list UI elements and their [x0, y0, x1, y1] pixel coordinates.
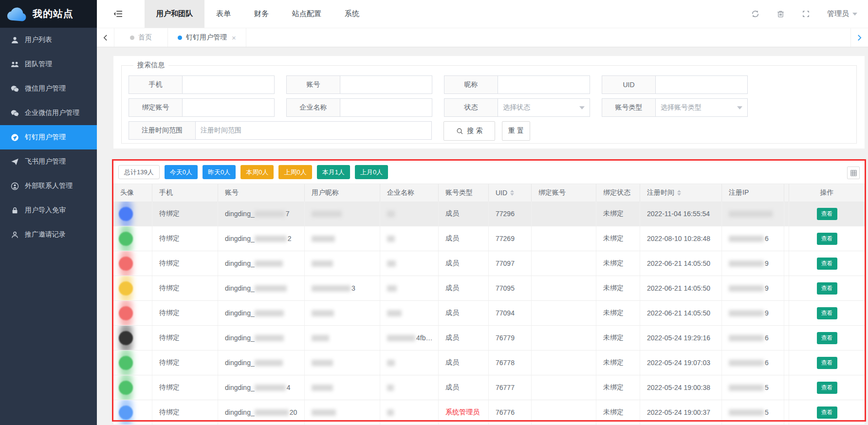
column-header-4: 企业名称 — [380, 184, 439, 202]
stat-badge-3[interactable]: 本周0人 — [240, 165, 274, 179]
view-button[interactable]: 查看 — [817, 208, 837, 220]
user-menu[interactable]: 管理员 — [827, 9, 857, 18]
sidebar-item-2[interactable]: 微信用户管理 — [0, 76, 97, 101]
page-tab-label: 钉钉用户管理 — [186, 33, 227, 42]
search-button[interactable]: 搜 索 — [443, 121, 495, 141]
app-root: 我的站点 用户列表团队管理微信用户管理企业微信用户管理钉钉用户管理飞书用户管理外… — [0, 0, 868, 425]
account-type-cell: 成员 — [445, 309, 459, 317]
redacted-text — [387, 385, 394, 391]
redacted-text — [255, 360, 283, 366]
sort-icon[interactable] — [677, 190, 681, 196]
redacted-text — [387, 236, 395, 242]
page-tab-0[interactable]: 首页 — [114, 28, 168, 47]
content-area: 搜索信息 手机账号昵称UID绑定账号企业名称状态选择状态账号类型选择账号类型注册… — [97, 47, 868, 425]
tab-status-dot — [130, 36, 134, 40]
input-绑定账号[interactable] — [182, 98, 275, 117]
column-label: 企业名称 — [387, 188, 414, 197]
input-账号[interactable] — [340, 75, 432, 94]
stat-badge-4[interactable]: 上周0人 — [278, 165, 312, 179]
avatar — [117, 326, 137, 350]
account-cell: dingding_ — [225, 408, 255, 416]
page-tab-bar: 首页钉钉用户管理× — [97, 28, 868, 47]
stat-badge-1[interactable]: 今天0人 — [165, 165, 198, 179]
field-label: 账号 — [286, 75, 340, 94]
view-button[interactable]: 查看 — [817, 407, 837, 419]
stat-badge-5[interactable]: 本月1人 — [317, 165, 350, 179]
view-button[interactable]: 查看 — [817, 332, 837, 344]
sidebar-item-5[interactable]: 飞书用户管理 — [0, 149, 97, 174]
search-field-0-3: UID — [602, 75, 748, 94]
sidebar-item-0[interactable]: 用户列表 — [0, 28, 97, 52]
view-button[interactable]: 查看 — [817, 233, 837, 245]
sidebar-item-1[interactable]: 团队管理 — [0, 52, 97, 76]
column-label: 账号类型 — [445, 188, 473, 197]
phone-cell: 待绑定 — [159, 358, 180, 367]
collapse-menu-icon[interactable] — [106, 10, 130, 18]
column-label: 绑定账号 — [538, 188, 566, 197]
top-tab-1[interactable]: 表单 — [204, 0, 242, 28]
redacted-text — [312, 335, 329, 341]
sidebar-item-4[interactable]: 钉钉用户管理 — [0, 125, 97, 149]
sidebar-item-3[interactable]: 企业微信用户管理 — [0, 101, 97, 125]
avatar — [117, 251, 137, 276]
user-name: 管理员 — [827, 9, 849, 18]
trash-icon[interactable] — [776, 10, 785, 18]
lock-icon — [11, 206, 19, 215]
search-form: 手机账号昵称UID绑定账号企业名称状态选择状态账号类型选择账号类型注册时间范围注… — [129, 75, 850, 141]
select-状态[interactable]: 选择状态 — [498, 98, 590, 117]
view-button[interactable]: 查看 — [817, 307, 837, 319]
select-账号类型[interactable]: 选择账号类型 — [655, 98, 748, 117]
table-row-6: 待绑定dingding_成员76778未绑定2022-05-24 19:07:0… — [113, 351, 865, 375]
top-tab-4[interactable]: 系统 — [333, 0, 371, 28]
input-UID[interactable] — [655, 75, 748, 94]
bind-status-cell: 未绑定 — [603, 309, 624, 317]
column-header-5: 账号类型 — [439, 184, 489, 202]
chevron-left-icon[interactable] — [97, 28, 114, 47]
search-field-1-1: 企业名称 — [286, 98, 432, 117]
date-range-input[interactable]: 注册时间范围 — [195, 121, 432, 140]
fullscreen-icon[interactable] — [802, 10, 810, 18]
field-label: 状态 — [444, 98, 498, 117]
column-header-6[interactable]: UID — [489, 184, 532, 202]
input-昵称[interactable] — [498, 75, 590, 94]
view-button[interactable]: 查看 — [817, 258, 837, 270]
avatar — [117, 301, 137, 325]
phone-cell: 待绑定 — [159, 383, 180, 392]
sidebar-item-8[interactable]: 推广邀请记录 — [0, 222, 97, 247]
column-header-action: 操作 — [789, 184, 865, 202]
view-button[interactable]: 查看 — [817, 382, 837, 394]
input-企业名称[interactable] — [340, 98, 432, 117]
page-tab-1[interactable]: 钉钉用户管理× — [168, 28, 246, 47]
column-header-9[interactable]: 注册时间 — [640, 184, 722, 202]
search-field-date: 注册时间范围注册时间范围 — [129, 121, 432, 141]
sort-icon[interactable] — [510, 190, 514, 196]
account-type-cell: 成员 — [445, 234, 459, 243]
refresh-icon[interactable] — [751, 10, 759, 18]
stat-badge-0[interactable]: 总计139人 — [118, 165, 160, 179]
stat-badge-2[interactable]: 昨天0人 — [203, 165, 236, 179]
tab-status-dot — [178, 36, 182, 40]
view-button[interactable]: 查看 — [817, 282, 837, 295]
redacted-text — [255, 236, 287, 242]
input-手机[interactable] — [182, 75, 275, 94]
close-icon[interactable]: × — [232, 34, 236, 42]
account-type-cell: 成员 — [445, 209, 459, 218]
sidebar-item-7[interactable]: 用户导入免审 — [0, 198, 97, 222]
view-button[interactable]: 查看 — [817, 357, 837, 369]
search-field-1-2: 状态选择状态 — [444, 98, 590, 117]
column-header-10: 注册IP — [722, 184, 784, 202]
avatar — [117, 226, 137, 251]
account-cell: dingding_ — [225, 384, 255, 391]
bind-status-cell: 未绑定 — [603, 408, 624, 417]
reset-button[interactable]: 重 置 — [502, 121, 530, 141]
top-tab-2[interactable]: 财务 — [242, 0, 280, 28]
redacted-text — [255, 335, 284, 341]
chevron-right-icon[interactable] — [850, 28, 868, 47]
grid-icon[interactable] — [847, 166, 860, 179]
top-tab-3[interactable]: 站点配置 — [280, 0, 333, 28]
top-nav-tabs: 用户和团队表单财务站点配置系统 — [145, 0, 371, 28]
sidebar-item-6[interactable]: 外部联系人管理 — [0, 174, 97, 198]
stat-badge-6[interactable]: 上月0人 — [355, 165, 388, 179]
column-header-3: 用户昵称 — [305, 184, 380, 202]
top-tab-0[interactable]: 用户和团队 — [145, 0, 204, 28]
